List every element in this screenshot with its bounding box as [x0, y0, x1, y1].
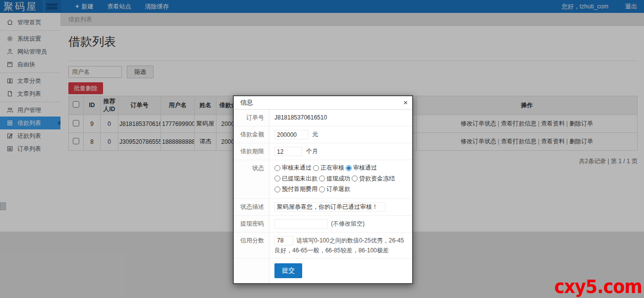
status-radio[interactable]: [274, 186, 280, 192]
order-no-value: J818185370616510: [269, 110, 412, 126]
status-option-label: 审核未通过: [282, 163, 312, 173]
status-desc-label: 状态描述: [234, 199, 269, 215]
status-option[interactable]: 已提现未出款: [274, 174, 318, 183]
status-desc-input[interactable]: [274, 202, 385, 212]
status-radio[interactable]: [313, 165, 319, 171]
status-option[interactable]: 订单退款: [319, 184, 350, 194]
status-option-label: 正在审核: [321, 163, 344, 173]
status-radio[interactable]: [346, 165, 352, 171]
term-label: 借款期限: [234, 143, 269, 160]
status-option[interactable]: 审核未通过: [274, 163, 312, 173]
withdraw-password-hint: (不修改留空): [331, 220, 365, 227]
info-modal: 信息 × 订单号 J818185370616510 借款金额 元 借款期限 个月…: [233, 95, 413, 284]
order-no-row: 订单号 J818185370616510: [234, 110, 412, 126]
amount-row: 借款金额 元: [234, 126, 412, 143]
status-radio[interactable]: [352, 176, 358, 181]
status-option-label: 提现成功: [326, 174, 350, 183]
status-option-label: 订单退款: [326, 184, 350, 194]
amount-input[interactable]: [274, 130, 308, 139]
status-radio[interactable]: [274, 176, 280, 181]
term-row: 借款期限 个月: [234, 143, 412, 160]
close-icon[interactable]: ×: [403, 96, 408, 109]
modal-title: 信息: [240, 99, 253, 106]
order-no-label: 订单号: [234, 110, 269, 126]
withdraw-password-row: 提现密码 (不修改留空): [234, 216, 412, 233]
modal-header: 信息 ×: [234, 96, 412, 110]
status-option-label: 预付首期费用: [282, 184, 318, 194]
term-unit: 个月: [306, 148, 318, 155]
status-radio[interactable]: [319, 186, 325, 192]
submit-button[interactable]: 提交: [274, 263, 302, 278]
status-radio[interactable]: [274, 165, 280, 171]
status-option-label: 审核通过: [353, 163, 377, 173]
withdraw-password-label: 提现密码: [234, 216, 269, 232]
credit-score-row: 信用分数 请填写0-100之间的数值0-25优秀，26-45良好，46-65一般…: [234, 233, 412, 259]
status-option-label: 已提现未出款: [282, 174, 318, 183]
status-radio[interactable]: [319, 176, 325, 181]
amount-label: 借款金额: [234, 126, 269, 143]
term-input[interactable]: [274, 147, 302, 156]
status-desc-row: 状态描述: [234, 199, 412, 216]
status-radio-group: 审核未通过正在审核审核通过已提现未出款提现成功贷款资金冻结预付首期费用订单退款: [269, 160, 412, 198]
submit-row: 提交: [234, 259, 412, 283]
status-option[interactable]: 审核通过: [346, 163, 377, 173]
status-row: 状态 审核未通过正在审核审核通过已提现未出款提现成功贷款资金冻结预付首期费用订单…: [234, 160, 412, 199]
status-option[interactable]: 正在审核: [313, 163, 344, 173]
credit-score-label: 信用分数: [234, 233, 269, 259]
amount-unit: 元: [312, 131, 318, 138]
withdraw-password-input[interactable]: [274, 219, 328, 229]
status-option[interactable]: 预付首期费用: [274, 184, 318, 194]
credit-score-hint: 请填写0-100之间的数值0-25优秀，26-45良好，46-65一般，66-8…: [274, 237, 404, 254]
watermark: cxy5.com: [554, 276, 642, 297]
status-label: 状态: [234, 160, 269, 198]
status-option[interactable]: 提现成功: [319, 174, 350, 183]
status-option[interactable]: 贷款资金冻结: [352, 174, 395, 183]
credit-score-input[interactable]: [274, 236, 293, 245]
status-option-label: 贷款资金冻结: [359, 174, 395, 183]
